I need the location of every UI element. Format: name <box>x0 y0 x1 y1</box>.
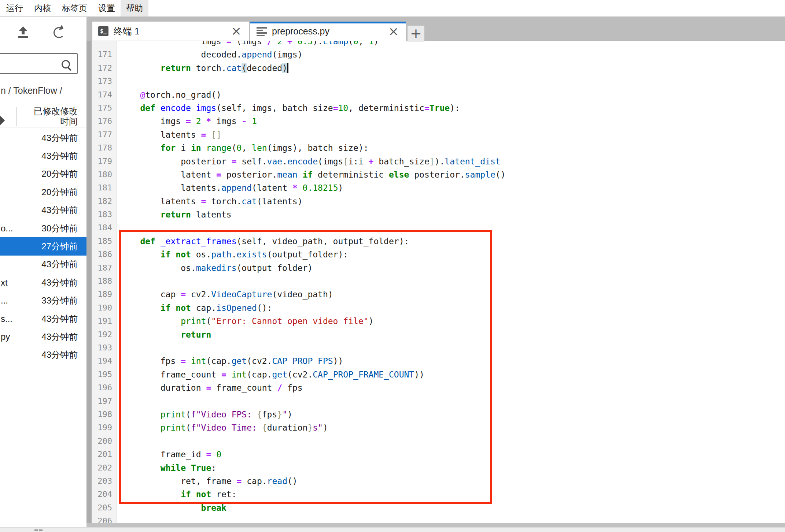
line-number: 179 <box>92 155 112 168</box>
code-text: latents = torch.cat(latents) <box>120 195 303 208</box>
code-line[interactable]: 180 latent = posterior.mean if determini… <box>92 168 785 181</box>
file-list-header[interactable]: 已修改修改 时间 <box>0 106 86 127</box>
code-line[interactable]: 202 while True: <box>92 461 785 475</box>
line-number: 184 <box>92 221 112 234</box>
code-line[interactable]: 183 return latents <box>92 208 785 221</box>
line-number: 189 <box>92 288 112 301</box>
code-line[interactable]: 191 print("Error: Cannot open video file… <box>92 315 785 328</box>
file-name-fragment: s... <box>1 314 12 324</box>
code-line[interactable]: 198 print(f"Video FPS: {fps}") <box>92 408 785 421</box>
code-line[interactable]: 189 cap = cv2.VideoCapture(video_path) <box>92 288 785 301</box>
file-row[interactable]: 27分钟前 <box>0 237 86 255</box>
file-modified-time: 20分钟前 <box>41 186 78 198</box>
code-line[interactable]: 185 def _extract_frames(self, video_path… <box>92 235 785 248</box>
new-tab-button[interactable]: + <box>408 26 424 42</box>
code-line[interactable]: 205 break <box>92 501 785 514</box>
code-line[interactable]: 175 def encode_imgs(self, imgs, batch_si… <box>92 101 785 115</box>
refresh-icon[interactable] <box>53 26 65 38</box>
line-number: 183 <box>92 208 112 221</box>
header-separator <box>0 127 86 127</box>
code-line[interactable]: 177 latents = [] <box>92 128 785 141</box>
line-number: 186 <box>92 248 112 261</box>
menu-item[interactable]: 帮助 <box>121 0 148 16</box>
code-text: latents = [] <box>120 128 221 141</box>
file-name-fragment: py <box>1 332 10 342</box>
file-modified-time: 27分钟前 <box>41 241 78 252</box>
code-line[interactable]: 182 latents = torch.cat(latents) <box>92 195 785 208</box>
code-text: if not ret: <box>120 488 237 501</box>
file-row[interactable]: py43分钟前 <box>0 328 86 346</box>
file-modified-time: 33分钟前 <box>41 295 78 306</box>
line-number: 175 <box>92 101 112 115</box>
code-line[interactable]: 176 imgs = 2 * imgs - 1 <box>92 115 785 128</box>
code-editor[interactable]: imgs = (imgs / 2 + 0.5).clamp(0, 1)171 d… <box>92 41 785 523</box>
code-text: print(f"Video FPS: {fps}") <box>120 408 292 421</box>
menu-item[interactable]: 设置 <box>93 0 121 16</box>
file-row[interactable]: 20分钟前 <box>0 183 86 201</box>
code-line[interactable]: 172 return torch.cat(decoded) <box>92 62 785 75</box>
code-line[interactable]: 206 <box>92 514 785 523</box>
code-line[interactable]: 194 fps = int(cap.get(cv2.CAP_PROP_FPS)) <box>92 354 785 368</box>
close-icon[interactable]: × <box>388 25 399 37</box>
modified-column-header[interactable]: 已修改修改 时间 <box>34 106 78 127</box>
line-number: 188 <box>92 275 112 288</box>
menu-item[interactable]: 标签页 <box>56 0 93 16</box>
upload-icon[interactable] <box>18 26 29 40</box>
tab-bar: $_ 终端 1 × preprocess.py × + <box>86 17 785 41</box>
code-line[interactable]: imgs = (imgs / 2 + 0.5).clamp(0, 1) <box>92 41 785 48</box>
file-row[interactable]: xt43分钟前 <box>0 274 86 291</box>
file-name-fragment: xt <box>1 278 8 288</box>
code-line[interactable]: 192 return <box>92 328 785 341</box>
code-line[interactable]: 178 for i in range(0, len(imgs), batch_s… <box>92 141 785 155</box>
menu-item[interactable]: 运行 <box>1 0 29 16</box>
code-line[interactable]: 190 if not cap.isOpened(): <box>92 301 785 315</box>
line-number: 198 <box>92 408 112 421</box>
tab-preprocess-py[interactable]: preprocess.py × <box>250 22 406 41</box>
file-row[interactable]: s...43分钟前 <box>0 310 86 328</box>
file-row[interactable]: 43分钟前 <box>0 129 86 147</box>
code-line[interactable]: 204 if not ret: <box>92 488 785 501</box>
code-line[interactable]: 195 frame_count = int(cap.get(cv2.CAP_PR… <box>92 368 785 381</box>
code-line[interactable]: 201 frame_id = 0 <box>92 448 785 461</box>
sidebar-splitter[interactable] <box>86 41 92 527</box>
code-line[interactable]: 174 @torch.no_grad() <box>92 88 785 101</box>
code-line[interactable]: 199 print(f"Video Time: {duration}s") <box>92 421 785 434</box>
file-row[interactable]: 43分钟前 <box>0 201 86 219</box>
line-number: 190 <box>92 301 112 315</box>
code-line[interactable]: 196 duration = frame_count / fps <box>92 381 785 394</box>
line-number: 192 <box>92 328 112 341</box>
line-number: 206 <box>92 514 112 523</box>
code-line[interactable]: 181 latents.append(latent * 0.18215) <box>92 181 785 194</box>
line-number: 180 <box>92 168 112 181</box>
file-row[interactable]: 43分钟前 <box>0 256 86 274</box>
code-line[interactable]: 171 decoded.append(imgs) <box>92 48 785 61</box>
file-row[interactable]: 20分钟前 <box>0 165 86 183</box>
close-icon[interactable]: × <box>231 25 242 37</box>
file-row[interactable]: o...30分钟前 <box>0 219 86 237</box>
menu-item[interactable]: 内核 <box>29 0 56 16</box>
file-modified-time: 43分钟前 <box>41 277 78 289</box>
file-list: 43分钟前43分钟前20分钟前20分钟前43分钟前o...30分钟前27分钟前4… <box>0 129 86 364</box>
line-number: 204 <box>92 488 112 501</box>
breadcrumb[interactable]: n / TokenFlow / <box>1 85 62 96</box>
code-line[interactable]: 200 <box>92 435 785 448</box>
code-line[interactable]: 186 if not os.path.exists(output_folder)… <box>92 248 785 261</box>
code-text: print("Error: Cannot open video file") <box>120 315 373 328</box>
tab-terminal-1[interactable]: $_ 终端 1 × <box>92 22 249 41</box>
code-line[interactable]: 203 ret, frame = cap.read() <box>92 475 785 488</box>
file-modified-time: 30分钟前 <box>41 223 78 234</box>
code-line[interactable]: 184 <box>92 221 785 234</box>
code-line[interactable]: 193 <box>92 341 785 354</box>
file-row[interactable]: 43分钟前 <box>0 346 86 364</box>
code-text: frame_count = int(cap.get(cv2.CAP_PROP_F… <box>120 368 424 381</box>
file-row[interactable]: 43分钟前 <box>0 147 86 165</box>
code-line[interactable]: 187 os.makedirs(output_folder) <box>92 261 785 275</box>
code-line[interactable]: 188 <box>92 275 785 288</box>
code-text: os.makedirs(output_folder) <box>120 261 313 275</box>
file-modified-time: 43分钟前 <box>41 349 78 361</box>
code-line[interactable]: 173 <box>92 75 785 88</box>
file-row[interactable]: ...33分钟前 <box>0 292 86 310</box>
code-line[interactable]: 197 <box>92 395 785 408</box>
code-line[interactable]: 179 posterior = self.vae.encode(imgs[i:i… <box>92 155 785 168</box>
code-text: def encode_imgs(self, imgs, batch_size=1… <box>120 101 460 115</box>
